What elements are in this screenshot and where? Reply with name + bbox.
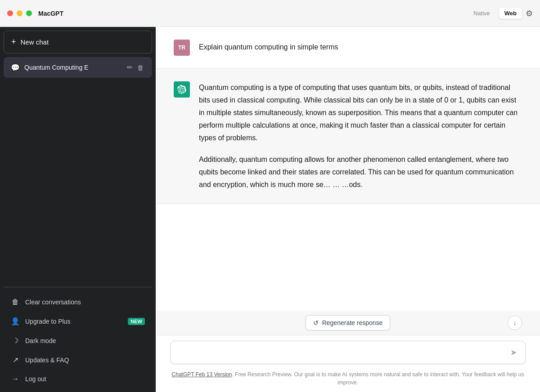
trash-icon: 🗑 [11,298,20,306]
clear-conversations-button[interactable]: 🗑 Clear conversations [4,293,152,312]
logout-button[interactable]: → Log out [4,370,152,388]
tab-web-button[interactable]: Web [499,8,522,19]
new-badge: NEW [128,318,145,325]
user-message-text: Explain quantum computing in simple term… [199,40,338,53]
chat-icon: 💬 [11,63,20,72]
send-icon: ➤ [510,347,517,357]
chevron-down-icon: ↓ [513,319,517,326]
app-title: MacGPT [38,10,468,17]
delete-chat-button[interactable]: 🗑 [136,62,145,72]
user-message: TR Explain quantum computing in simple t… [156,27,540,68]
main-layout: + New chat 💬 Quantum Computing E ✏ 🗑 🗑 C… [0,27,540,392]
tab-native-button[interactable]: Native [468,8,495,19]
plus-icon: + [11,37,16,47]
ai-response-text: Quantum computing is a type of computing… [199,81,522,191]
close-button[interactable] [7,10,13,16]
chat-input[interactable] [177,347,508,358]
new-chat-label: New chat [21,38,49,46]
external-link-icon: ↗ [11,356,20,364]
scroll-down-button[interactable]: ↓ [508,316,522,330]
edit-chat-button[interactable]: ✏ [126,62,134,72]
minimize-button[interactable] [17,10,22,16]
logout-label: Log out [25,375,46,383]
chat-item-actions: ✏ 🗑 [126,62,145,72]
updates-faq-label: Updates & FAQ [25,356,69,364]
regenerate-button[interactable]: ↺ Regenerate response [306,315,391,330]
send-button[interactable]: ➤ [508,346,519,359]
sidebar-bottom: 🗑 Clear conversations 👤 Upgrade to Plus … [0,289,156,392]
ai-para-1: Quantum computing is a type of computing… [199,81,522,144]
sidebar-top: + New chat 💬 Quantum Computing E ✏ 🗑 [0,27,156,285]
sidebar-divider [4,287,152,287]
maximize-button[interactable] [26,10,32,16]
ai-avatar [174,81,190,98]
clear-conversations-label: Clear conversations [25,298,81,306]
upgrade-label: Upgrade to Plus [25,318,70,325]
regenerate-icon: ↺ [313,319,319,326]
upgrade-to-plus-button[interactable]: 👤 Upgrade to Plus NEW [4,312,152,331]
updates-faq-button[interactable]: ↗ Updates & FAQ [4,350,152,370]
dark-mode-button[interactable]: ☽ Dark mode [4,331,152,350]
footer-text: . Free Research Preview. Our goal is to … [232,371,524,386]
input-wrapper: ➤ [170,341,526,364]
new-chat-button[interactable]: + New chat [4,31,152,53]
regenerate-bar: ↺ Regenerate response ↓ [156,311,540,335]
regenerate-label: Regenerate response [322,319,383,326]
ai-para-2: Additionally, quantum computing allows f… [199,153,522,191]
footer-link[interactable]: ChatGPT Feb 13 Version [172,371,232,378]
chat-item-quantum[interactable]: 💬 Quantum Computing E ✏ 🗑 [4,57,152,78]
chat-item-label: Quantum Computing E [24,64,122,71]
logout-icon: → [11,375,20,383]
settings-button[interactable]: ⚙ [526,9,533,18]
input-area: ➤ [156,335,540,368]
dark-mode-label: Dark mode [25,337,56,344]
user-icon: 👤 [11,317,20,325]
titlebar-right: Native Web ⚙ [468,8,533,19]
chat-messages: TR Explain quantum computing in simple t… [156,27,540,311]
gear-icon: ⚙ [526,9,533,18]
chat-area: TR Explain quantum computing in simple t… [156,27,540,392]
ai-message: Quantum computing is a type of computing… [156,68,540,204]
titlebar: MacGPT Native Web ⚙ [0,0,540,27]
moon-icon: ☽ [11,336,20,345]
chat-footer: ChatGPT Feb 13 Version. Free Research Pr… [156,368,540,392]
sidebar: + New chat 💬 Quantum Computing E ✏ 🗑 🗑 C… [0,27,156,392]
user-avatar: TR [174,40,190,56]
traffic-lights [7,10,32,16]
